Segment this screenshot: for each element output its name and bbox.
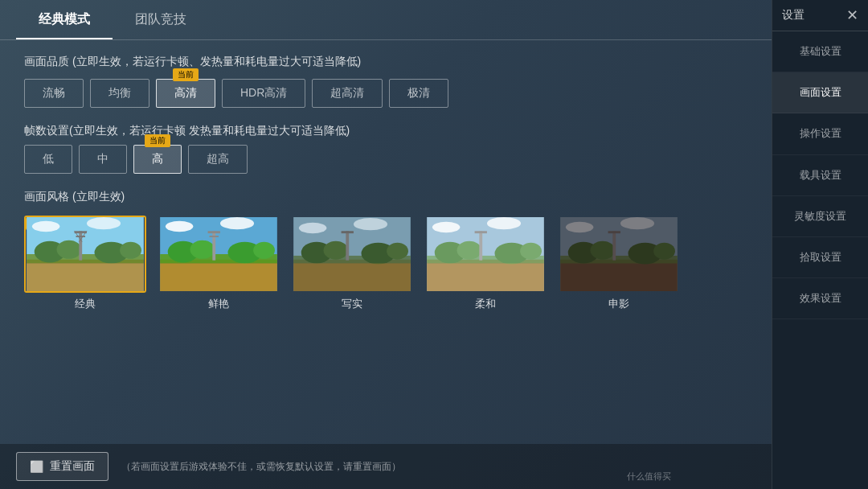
svg-rect-63 (560, 217, 678, 291)
close-button[interactable]: ✕ (846, 8, 858, 23)
svg-point-46 (520, 243, 542, 260)
watermark: 什么值得买 (627, 471, 671, 483)
svg-rect-23 (208, 231, 220, 233)
tabs-bar: 经典模式 团队竞技 (0, 0, 772, 40)
svg-point-21 (253, 242, 275, 259)
svg-rect-48 (475, 231, 487, 233)
style-label-soft: 柔和 (475, 297, 496, 311)
svg-point-32 (324, 241, 349, 260)
quality-option-extreme[interactable]: 极清 (389, 79, 448, 108)
sidebar: 设置 ✕ 基础设置 画面设置 操作设置 载具设置 灵敏度设置 拾取设置 效果设置 (772, 0, 868, 489)
quality-option-hdr[interactable]: HDR高清 (222, 79, 305, 108)
svg-point-44 (457, 241, 482, 260)
svg-point-12 (32, 221, 60, 232)
style-label-vivid: 鲜艳 (208, 297, 229, 311)
svg-rect-9 (76, 236, 86, 237)
fps-option-mid[interactable]: 中 (79, 145, 127, 174)
fps-section-title: 帧数设置(立即生效，若运行卡顿 发热量和耗电量过大可适当降低) (24, 124, 747, 138)
quality-option-balanced[interactable]: 均衡 (90, 79, 149, 108)
style-label-classic: 经典 (75, 297, 96, 311)
fps-options-row: 低 中 当前 高 超高 (24, 145, 747, 174)
style-card-vivid[interactable]: 鲜艳 (158, 216, 280, 311)
svg-point-37 (299, 223, 327, 233)
style-card-soft[interactable]: 柔和 (424, 216, 547, 311)
tab-team[interactable]: 团队竞技 (113, 0, 209, 39)
sidebar-item-pickup[interactable]: 拾取设置 (772, 237, 868, 278)
svg-rect-27 (160, 264, 277, 292)
quality-section-title: 画面品质 (立即生效，若运行卡顿、发热量和耗电量过大可适当降低) (24, 55, 747, 69)
sidebar-item-display[interactable]: 画面设置 (772, 72, 868, 113)
sidebar-title: 设置 (782, 8, 805, 23)
svg-rect-24 (210, 236, 219, 237)
reset-label: 重置画面 (50, 459, 95, 474)
quality-option-hd[interactable]: 当前 高清 (156, 79, 215, 108)
fps-option-ultrahigh[interactable]: 超高 (188, 145, 248, 174)
style-label-movie: 申影 (608, 297, 629, 311)
svg-point-50 (487, 217, 521, 229)
svg-point-49 (432, 222, 461, 232)
tab-classic[interactable]: 经典模式 (16, 0, 113, 39)
settings-body: 画面品质 (立即生效，若运行卡顿、发热量和耗电量过大可适当降低) 流畅 均衡 当… (0, 40, 772, 326)
style-options: 当前 (24, 216, 747, 311)
style-img-realistic (291, 216, 413, 293)
svg-rect-35 (346, 231, 349, 260)
svg-point-38 (354, 218, 387, 230)
style-card-classic[interactable]: 当前 (24, 216, 146, 311)
quality-options-row: 流畅 均衡 当前 高清 HDR高清 超高清 极清 (24, 79, 747, 108)
style-card-realistic[interactable]: 写实 (291, 216, 413, 311)
svg-rect-7 (79, 231, 82, 260)
sidebar-item-control[interactable]: 操作设置 (772, 113, 868, 154)
style-img-vivid (158, 216, 280, 293)
fps-option-low[interactable]: 低 (24, 145, 72, 174)
fps-option-high[interactable]: 当前 高 (133, 145, 182, 174)
fps-current-badge: 当前 (145, 134, 170, 147)
svg-rect-22 (212, 231, 215, 260)
svg-rect-47 (479, 231, 482, 260)
svg-rect-51 (427, 264, 544, 292)
reset-icon: ⬜ (30, 460, 43, 473)
style-img-classic (24, 216, 146, 293)
sidebar-item-basic[interactable]: 基础设置 (772, 31, 868, 72)
style-label-realistic: 写实 (342, 297, 362, 311)
svg-rect-14 (27, 264, 144, 292)
svg-rect-39 (293, 264, 411, 292)
svg-point-6 (120, 242, 141, 259)
svg-point-13 (87, 217, 121, 229)
svg-point-34 (387, 243, 408, 260)
svg-point-4 (57, 240, 82, 259)
sidebar-item-sensitivity[interactable]: 灵敏度设置 (772, 196, 868, 237)
quality-option-ultrahd[interactable]: 超高清 (312, 79, 383, 108)
style-section-title: 画面风格 (立即生效) (24, 190, 747, 204)
main-content: 经典模式 团队竞技 画面品质 (立即生效，若运行卡顿、发热量和耗电量过大可适当降… (0, 0, 772, 489)
svg-rect-36 (342, 231, 354, 233)
sidebar-item-vehicle[interactable]: 载具设置 (772, 155, 868, 196)
quality-current-badge: 当前 (173, 68, 199, 81)
style-img-movie (558, 216, 680, 293)
quality-option-smooth[interactable]: 流畅 (24, 79, 84, 108)
bottom-hint: （若画面设置后游戏体验不佳，或需恢复默认设置，请重置画面） (121, 460, 401, 474)
sidebar-item-effects[interactable]: 效果设置 (772, 278, 868, 319)
svg-point-19 (190, 240, 215, 259)
style-card-movie[interactable]: 申影 (558, 216, 680, 311)
svg-point-25 (166, 221, 194, 232)
sidebar-header: 设置 ✕ (772, 0, 868, 31)
svg-point-26 (220, 217, 254, 229)
style-img-soft (424, 216, 547, 293)
reset-button[interactable]: ⬜ 重置画面 (16, 452, 108, 481)
